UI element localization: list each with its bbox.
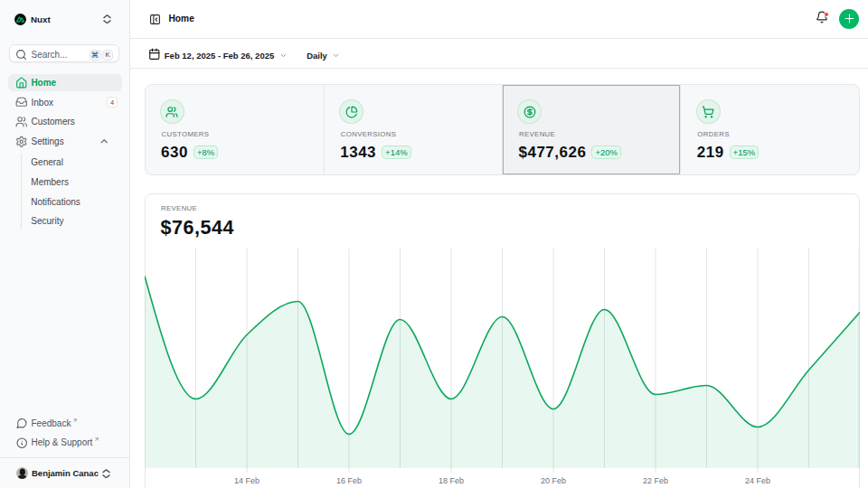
svg-text:24 Feb: 24 Feb bbox=[744, 476, 769, 485]
svg-text:20 Feb: 20 Feb bbox=[540, 476, 565, 485]
svg-text:14 Feb: 14 Feb bbox=[233, 476, 259, 485]
svg-text:22 Feb: 22 Feb bbox=[642, 476, 667, 485]
svg-text:18 Feb: 18 Feb bbox=[438, 476, 463, 485]
svg-text:16 Feb: 16 Feb bbox=[335, 476, 361, 485]
